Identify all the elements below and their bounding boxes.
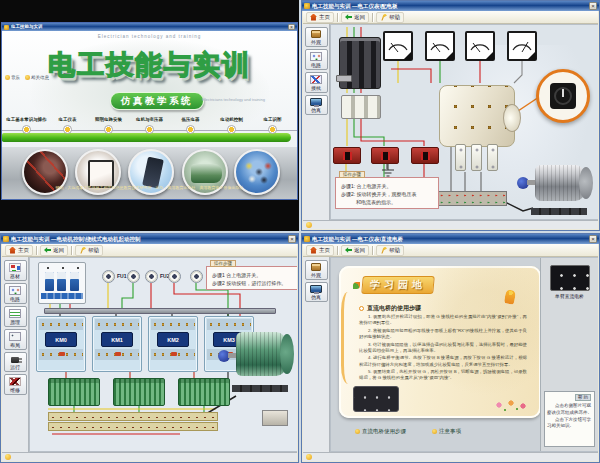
operation-steps-panel: 操作步骤 步骤1 合上电源开关。 步骤2 按动按钮，进行运行操作。 bbox=[206, 266, 297, 290]
back-button[interactable]: 返回 bbox=[341, 245, 369, 256]
contactor[interactable]: KM0 bbox=[36, 316, 86, 372]
knife-switch[interactable] bbox=[339, 37, 381, 89]
toolbar-separator bbox=[372, 246, 373, 255]
fuse-block[interactable] bbox=[341, 95, 381, 119]
option-notes[interactable]: 注意事项 bbox=[432, 428, 461, 435]
toolbar: 主页 返回 帮助 bbox=[303, 244, 598, 257]
tools-icon bbox=[9, 377, 21, 386]
sidebar-item-layout[interactable]: 布局 bbox=[4, 329, 27, 350]
sidebar: 器材 电路 原理 布局 运行 维修 bbox=[2, 257, 29, 452]
window-titlebar: 电工技能与实训 —电工仪表\配电板 × bbox=[302, 1, 599, 11]
home-label: 主页 bbox=[319, 14, 330, 21]
paragraph: 5. 测量结束后，先松开按钮 G，再松开按钮 B，切断电源，拆除被测电阻，记录数… bbox=[359, 369, 527, 382]
menu-item-motorcontrol[interactable]: 电动机控制 bbox=[211, 117, 252, 134]
help-icon bbox=[380, 14, 387, 21]
panel-meters-window: 电工技能与实训 —电工仪表\配电板 × 主页 返回 帮助 外观 电路 接线 仿真 bbox=[301, 0, 600, 231]
menu-bead-icon bbox=[186, 125, 195, 134]
app-icon bbox=[304, 3, 310, 9]
dc-bridge-quadrant: 电工技能与实训 —电工仪表\直流电桥 × 主页 返回 帮助 外观 仿真 学习园地 bbox=[301, 233, 600, 463]
back-button[interactable]: 返回 bbox=[341, 12, 369, 23]
app-icon bbox=[4, 25, 9, 30]
menu-item-basics[interactable]: 电工基本常识与操作 bbox=[6, 117, 47, 134]
sidebar-item-simulation[interactable]: 仿真 bbox=[305, 95, 328, 115]
menu-item-lowvoltage[interactable]: 低压电器 bbox=[170, 117, 211, 134]
contactor[interactable]: KM1 bbox=[92, 316, 142, 372]
paragraph: 2. 将被测电阻用短而粗的导线接于面板上标有“RX”的接线柱上并拧紧，使其处于良… bbox=[359, 328, 527, 341]
lesson-options: 直流电桥使用步骤 注意事项 bbox=[355, 428, 461, 435]
sidebar-item-circuit[interactable]: 电路 bbox=[305, 49, 328, 70]
sidebar-item-appearance[interactable]: 外观 bbox=[305, 260, 328, 280]
sidebar-item-repair[interactable]: 维修 bbox=[4, 374, 27, 395]
rotary-changeover-switch[interactable] bbox=[439, 85, 515, 147]
round-fuse bbox=[145, 270, 158, 283]
home-button[interactable]: 主页 bbox=[5, 245, 33, 256]
steps-tab: 操作步骤 bbox=[339, 171, 365, 178]
operation-steps-panel: 操作步骤 步骤1: 合上电源开关。 步骤2: 按动转换开关，观察电压表 和电流表… bbox=[335, 177, 439, 209]
close-button[interactable]: × bbox=[288, 235, 296, 243]
menu-bead-icon bbox=[145, 125, 154, 134]
sidebar-item-principle[interactable]: 原理 bbox=[4, 306, 27, 327]
sidebar-item-circuit[interactable]: 电路 bbox=[4, 283, 27, 304]
sidebar-item-equipment[interactable]: 器材 bbox=[4, 260, 27, 281]
close-button[interactable]: × bbox=[288, 24, 295, 30]
help-button[interactable]: 帮助 bbox=[376, 245, 404, 256]
menu-item-meters[interactable]: 电工仪表 bbox=[47, 117, 88, 134]
help-button[interactable]: 帮助 bbox=[75, 245, 103, 256]
fuse-link bbox=[471, 144, 482, 171]
menu-bead-icon bbox=[268, 125, 277, 134]
window-title: 电工技能与实训 —电工仪表\配电板 bbox=[312, 1, 587, 11]
ammeter bbox=[383, 31, 413, 61]
step-line: 和电流表的指示。 bbox=[341, 198, 435, 206]
resistor-bank bbox=[113, 378, 165, 406]
circuit-breaker[interactable] bbox=[38, 262, 86, 304]
window-title: 电工技能与实训 bbox=[11, 23, 286, 31]
bullet-icon bbox=[432, 429, 437, 434]
ammeter bbox=[465, 31, 495, 61]
home-icon bbox=[310, 14, 317, 21]
round-fuse bbox=[102, 270, 115, 283]
photo-band: 研制：大连海事大学信息工程学院信息教育技术研究所 出版：高等教育出版社 高等教育… bbox=[2, 147, 297, 199]
help-text: 点击右侧图片可观察该仪器组成的器件。 点击下方按钮可学习相关知识。 bbox=[547, 403, 592, 430]
home-icon bbox=[9, 247, 16, 254]
menu-bead-icon bbox=[63, 125, 72, 134]
sidebar-item-appearance[interactable]: 外观 bbox=[305, 27, 328, 47]
fuse-label: FU1 bbox=[117, 273, 126, 279]
status-ball-icon bbox=[306, 454, 312, 460]
circuit-icon bbox=[9, 286, 21, 295]
sidebar: 外观 仿真 bbox=[303, 257, 330, 452]
accent-curve bbox=[341, 292, 355, 384]
home-button[interactable]: 主页 bbox=[306, 12, 334, 23]
flowers-decoration bbox=[491, 396, 531, 414]
help-label: 帮助 bbox=[389, 14, 400, 21]
contactor-label: KM2 bbox=[157, 332, 189, 347]
toolbar-separator bbox=[71, 246, 72, 255]
home-button[interactable]: 主页 bbox=[306, 245, 334, 256]
contactor[interactable]: KM2 bbox=[148, 316, 198, 372]
help-button[interactable]: 帮助 bbox=[376, 12, 404, 23]
terminal-row bbox=[430, 192, 506, 199]
instrument-thumbnail[interactable] bbox=[550, 265, 590, 291]
menu-item-diagrams[interactable]: 电工识图 bbox=[252, 117, 293, 134]
main-menu: 电工基本常识与操作 电工仪表 照明电路安装 电机与变压器 低压电器 电动机控制 … bbox=[6, 117, 293, 134]
ammeter bbox=[425, 31, 455, 61]
window-titlebar: 电工技能与实训 × bbox=[2, 23, 297, 31]
sidebar-item-simulation[interactable]: 仿真 bbox=[305, 282, 328, 302]
fuse-link bbox=[487, 144, 498, 171]
main-title: 电工技能与实训 bbox=[2, 47, 297, 83]
back-button[interactable]: 返回 bbox=[40, 245, 68, 256]
close-button[interactable]: × bbox=[589, 235, 597, 243]
help-icon bbox=[380, 247, 387, 254]
menu-item-machines[interactable]: 电机与变压器 bbox=[129, 117, 170, 134]
english-caption: Electrician technology and training bbox=[2, 34, 297, 39]
menu-item-lighting[interactable]: 照明电路安装 bbox=[88, 117, 129, 134]
home-icon bbox=[310, 247, 317, 254]
back-icon bbox=[345, 14, 352, 21]
sidebar-item-run[interactable]: 运行 bbox=[4, 352, 27, 372]
plug-icon bbox=[11, 357, 19, 363]
option-usage-steps[interactable]: 直流电桥使用步骤 bbox=[355, 428, 406, 435]
selector-knob[interactable] bbox=[550, 83, 576, 109]
round-fuse bbox=[190, 270, 203, 283]
close-button[interactable]: × bbox=[589, 2, 597, 10]
sidebar-item-wiring[interactable]: 接线 bbox=[305, 72, 328, 93]
english-subtitle: Electricians technology and training bbox=[202, 97, 294, 103]
